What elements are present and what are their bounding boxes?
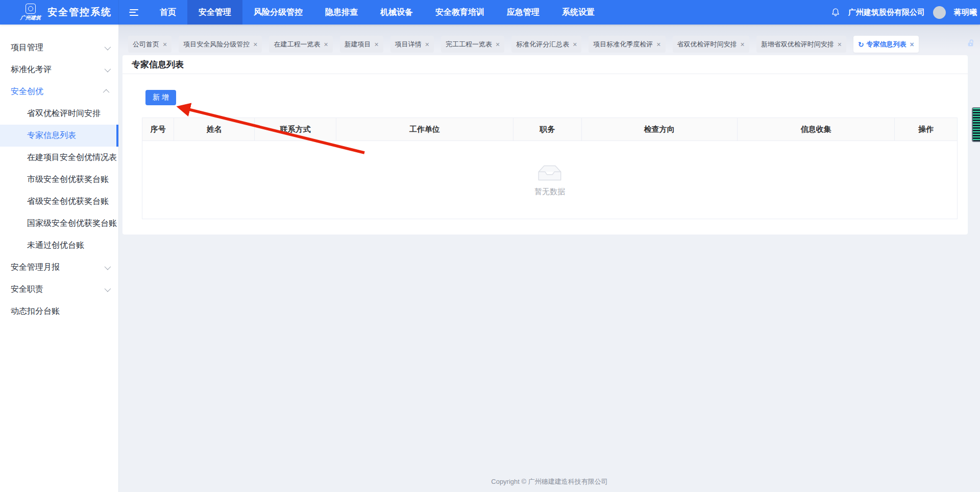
sidebar-subitem-label: 市级安全创优获奖台账 <box>27 174 109 185</box>
nav-item-emergency-management[interactable]: 应急管理 <box>496 0 551 25</box>
column-header-inspection-direction: 检查方向 <box>581 118 737 141</box>
sidebar-item-dynamic-deduction-ledger[interactable]: 动态扣分台账 <box>0 300 118 322</box>
close-icon[interactable]: × <box>375 41 379 48</box>
main-content: 专家信息列表 新 增 序号 姓名 联系方式 工作单位 职务 检查方向 <box>119 55 980 492</box>
tab-completed-projects-list[interactable]: 完工工程一览表 × <box>441 36 504 53</box>
column-header-index: 序号 <box>142 118 174 141</box>
tab-label: 新增省双优检评时间安排 <box>761 40 834 49</box>
tab-provincial-double-excellence-schedule[interactable]: 省双优检评时间安排 × <box>673 36 749 53</box>
close-icon[interactable]: × <box>838 41 842 48</box>
table-empty-row: 暂无数据 <box>142 141 958 219</box>
expert-info-card: 专家信息列表 新 增 序号 姓名 联系方式 工作单位 职务 检查方向 <box>122 55 968 235</box>
collapse-menu-icon[interactable] <box>119 0 149 25</box>
tab-label: 完工工程一览表 <box>446 40 492 49</box>
nav-item-home[interactable]: 首页 <box>149 0 187 25</box>
top-nav: 首页 安全管理 风险分级管控 隐患排查 机械设备 安全教育培训 应急管理 系统设… <box>119 0 606 25</box>
nav-item-label: 首页 <box>160 7 176 18</box>
close-icon[interactable]: × <box>253 41 257 48</box>
close-icon[interactable]: × <box>425 41 429 48</box>
sidebar-subitem-label: 专家信息列表 <box>27 130 76 141</box>
nav-item-label: 隐患排查 <box>325 7 358 18</box>
close-icon[interactable]: × <box>573 41 577 48</box>
add-button[interactable]: 新 增 <box>145 90 176 105</box>
company-name[interactable]: 广州建筑股份有限公司 <box>848 8 925 17</box>
sidebar-subitem-provincial-double-excellence-schedule[interactable]: 省双优检评时间安排 <box>0 103 118 125</box>
nav-item-safety-management[interactable]: 安全管理 <box>187 0 242 25</box>
sidebar-item-monthly-safety-report[interactable]: 安全管理月报 <box>0 256 118 278</box>
nav-item-system-settings[interactable]: 系统设置 <box>551 0 606 25</box>
sidebar-submenu-safety-excellence: 省双优检评时间安排 专家信息列表 在建项目安全创优情况表 市级安全创优获奖台账 … <box>0 103 118 256</box>
nav-item-hazard-inspection[interactable]: 隐患排查 <box>314 0 369 25</box>
nav-item-safety-education-training[interactable]: 安全教育培训 <box>424 0 496 25</box>
tab-standardization-score-summary[interactable]: 标准化评分汇总表 × <box>511 36 581 53</box>
tab-new-provincial-double-excellence-schedule[interactable]: 新增省双优检评时间安排 × <box>756 36 846 53</box>
sidebar-item-safety-responsibility[interactable]: 安全职责 <box>0 278 118 300</box>
tab-label: 公司首页 <box>133 40 159 49</box>
top-bar: 广州建筑 安全管控系统 首页 安全管理 风险分级管控 隐患排查 机械设备 安全教… <box>0 0 980 25</box>
chevron-down-icon <box>105 44 111 51</box>
chevron-down-icon <box>105 264 111 270</box>
close-icon[interactable]: × <box>496 41 500 48</box>
sidebar-item-label: 安全创优 <box>11 86 43 97</box>
nav-item-label: 安全管理 <box>199 7 231 18</box>
tab-expert-info-list[interactable]: ↻ 专家信息列表 × <box>853 36 919 53</box>
tab-new-project[interactable]: 新建项目 × <box>340 36 383 53</box>
sidebar-item-safety-excellence[interactable]: 安全创优 <box>0 81 118 103</box>
close-icon[interactable]: × <box>741 41 745 48</box>
sidebar-item-project-management[interactable]: 项目管理 <box>0 37 118 59</box>
company-logo: 广州建筑 <box>20 4 41 21</box>
close-icon[interactable]: × <box>656 41 660 48</box>
sidebar: 项目管理 标准化考评 安全创优 省双优检评时间安排 专家信息列表 在建项目安全创… <box>0 25 119 492</box>
sidebar-subitem-provincial-level-award-ledger[interactable]: 省级安全创优获奖台账 <box>0 191 118 213</box>
tab-label: 标准化评分汇总表 <box>516 40 569 49</box>
sidebar-subitem-city-level-award-ledger[interactable]: 市级安全创优获奖台账 <box>0 169 118 191</box>
close-icon[interactable]: × <box>910 41 914 48</box>
nav-item-label: 风险分级管控 <box>254 7 303 18</box>
close-icon[interactable]: × <box>324 41 328 48</box>
unlock-icon[interactable] <box>967 39 975 48</box>
card-title-row: 专家信息列表 <box>122 55 968 74</box>
logo-emblem-icon <box>26 4 36 14</box>
tab-project-standardization-quarterly-review[interactable]: 项目标准化季度检评 × <box>589 36 665 53</box>
nav-item-label: 安全教育培训 <box>435 7 484 18</box>
sidebar-item-label: 动态扣分台账 <box>11 306 60 317</box>
user-name[interactable]: 蒋明曦 <box>954 8 977 17</box>
nav-item-risk-grading-control[interactable]: 风险分级管控 <box>242 0 314 25</box>
sidebar-subitem-expert-info-list[interactable]: 专家信息列表 <box>0 125 118 147</box>
tab-label: 省双优检评时间安排 <box>677 40 737 49</box>
open-tabs-bar: 公司首页 × 项目安全风险分级管控 × 在建工程一览表 × 新建项目 × 项目详… <box>119 25 980 55</box>
column-header-name: 姓名 <box>174 118 255 141</box>
chevron-down-icon <box>105 286 111 292</box>
sidebar-subitem-failed-excellence-ledger[interactable]: 未通过创优台账 <box>0 235 118 256</box>
refresh-icon[interactable]: ↻ <box>858 41 864 48</box>
sidebar-subitem-ongoing-project-safety-excellence[interactable]: 在建项目安全创优情况表 <box>0 147 118 169</box>
top-bar-right: 广州建筑股份有限公司 蒋明曦 <box>831 0 980 25</box>
expert-table: 序号 姓名 联系方式 工作单位 职务 检查方向 信息收集 操作 <box>142 118 958 219</box>
tab-label: 项目详情 <box>395 40 422 49</box>
sidebar-item-standardization-review[interactable]: 标准化考评 <box>0 59 118 81</box>
system-title: 安全管控系统 <box>47 6 112 19</box>
nav-item-machinery-equipment[interactable]: 机械设备 <box>369 0 424 25</box>
close-icon[interactable]: × <box>163 41 167 48</box>
sidebar-subitem-label: 未通过创优台账 <box>27 240 84 251</box>
chevron-up-icon <box>103 89 110 96</box>
collapsed-side-widget-handle[interactable] <box>972 107 980 142</box>
avatar[interactable] <box>933 6 946 19</box>
chevron-down-icon <box>105 66 111 73</box>
tab-ongoing-projects-list[interactable]: 在建工程一览表 × <box>269 36 332 53</box>
notification-bell-icon[interactable] <box>831 8 840 17</box>
sidebar-subitem-national-level-award-ledger[interactable]: 国家级安全创优获奖台账 <box>0 213 118 235</box>
empty-state: 暂无数据 <box>142 163 957 197</box>
tab-label: 在建工程一览表 <box>274 40 320 49</box>
sidebar-item-label: 标准化考评 <box>11 64 52 75</box>
tab-project-safety-risk-grading[interactable]: 项目安全风险分级管控 × <box>179 36 262 53</box>
tab-company-home[interactable]: 公司首页 × <box>128 36 172 53</box>
page-title: 专家信息列表 <box>132 59 184 71</box>
tab-label: 新建项目 <box>345 40 371 49</box>
table-header-row: 序号 姓名 联系方式 工作单位 职务 检查方向 信息收集 操作 <box>142 118 958 141</box>
empty-box-icon <box>535 163 565 183</box>
app-brand: 广州建筑 安全管控系统 <box>0 0 119 25</box>
nav-item-label: 系统设置 <box>562 7 595 18</box>
sidebar-subitem-label: 国家级安全创优获奖台账 <box>27 218 117 229</box>
tab-project-detail[interactable]: 项目详情 × <box>390 36 434 53</box>
